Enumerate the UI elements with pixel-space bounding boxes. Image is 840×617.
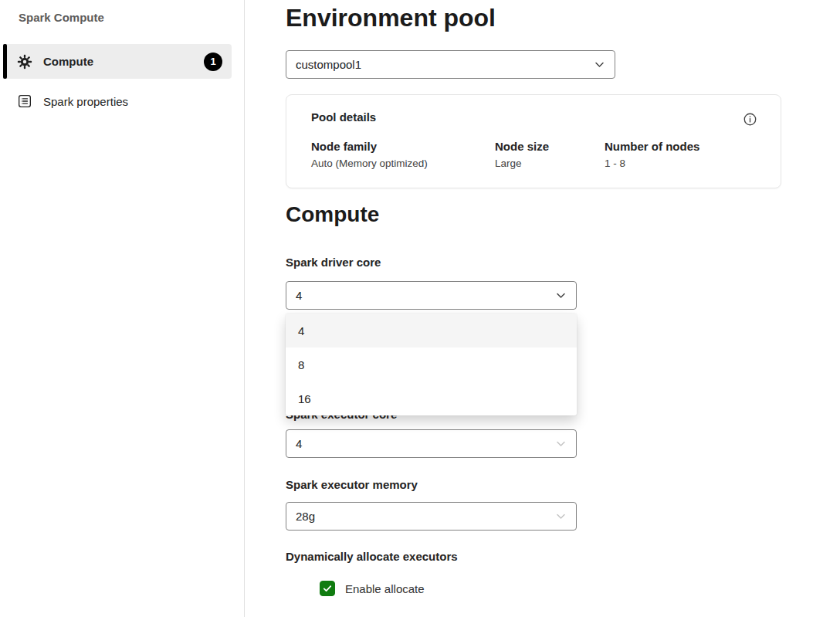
info-icon[interactable] (742, 111, 757, 127)
enable-allocate-checkbox-row[interactable]: Enable allocate (320, 581, 425, 596)
select-value: 28g (296, 510, 315, 523)
chevron-down-icon (555, 510, 567, 522)
page-title: Environment pool (286, 0, 496, 36)
field-value: 1 - 8 (605, 158, 699, 169)
card-title: Pool details (311, 110, 376, 124)
selected-indicator (3, 44, 7, 79)
spark-executor-memory-select[interactable]: 28g (286, 502, 577, 531)
field-label: Node family (311, 140, 428, 153)
select-value: 4 (296, 437, 302, 450)
sidebar-item-compute[interactable]: Compute 1 (3, 44, 232, 79)
menu-option[interactable]: 4 (286, 314, 577, 347)
compute-section-title: Compute (286, 202, 379, 227)
chevron-down-icon (555, 290, 567, 301)
sidebar-item-spark-properties[interactable]: Spark properties (3, 86, 232, 116)
spark-driver-core-label: Spark driver core (286, 256, 381, 270)
checkbox-label: Enable allocate (345, 582, 425, 595)
pool-details-card: Pool details Node family Auto (Memory op… (286, 94, 781, 188)
list-icon (17, 93, 32, 109)
field-value: Auto (Memory optimized) (311, 158, 428, 169)
chevron-down-icon (594, 59, 605, 70)
pool-field-node-family: Node family Auto (Memory optimized) (311, 140, 428, 169)
gear-icon (17, 54, 32, 69)
count-badge: 1 (204, 53, 222, 71)
dynamic-allocation-label: Dynamically allocate executors (286, 550, 458, 564)
sidebar-title: Spark Compute (19, 11, 104, 24)
checkbox-checked-icon[interactable] (320, 581, 335, 596)
menu-option[interactable]: 16 (286, 381, 577, 415)
spark-executor-memory-label: Spark executor memory (286, 478, 418, 492)
select-value: 4 (296, 289, 302, 302)
spark-compute-settings-page: Spark Compute (0, 0, 840, 617)
sidebar: Spark Compute (0, 0, 245, 617)
spark-driver-core-select[interactable]: 4 (286, 281, 577, 310)
environment-pool-select[interactable]: custompool1 (286, 50, 615, 79)
select-value: custompool1 (296, 58, 361, 71)
sidebar-item-label: Compute (43, 55, 93, 68)
menu-option[interactable]: 8 (286, 347, 577, 381)
field-label: Node size (495, 140, 549, 153)
sidebar-item-label: Spark properties (43, 95, 128, 108)
field-value: Large (495, 158, 549, 169)
pool-field-node-size: Node size Large (495, 140, 549, 169)
chevron-down-icon (555, 438, 567, 449)
main-content: Environment pool custompool1 Pool detail… (246, 0, 840, 617)
driver-core-options-menu: 4 8 16 (286, 314, 577, 415)
spark-executor-core-select[interactable]: 4 (286, 429, 577, 458)
field-label: Number of nodes (605, 140, 699, 153)
pool-field-number-of-nodes: Number of nodes 1 - 8 (605, 140, 699, 169)
